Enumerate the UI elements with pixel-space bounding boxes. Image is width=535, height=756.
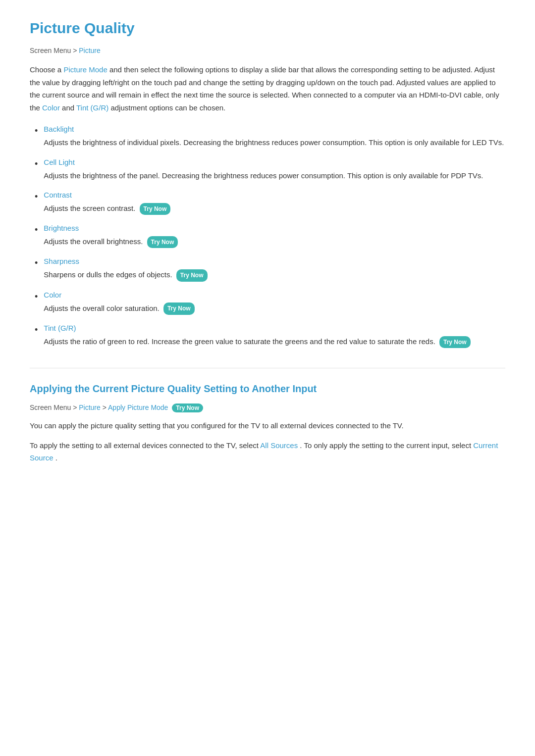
bullet-content-contrast: Contrast Adjusts the screen contrast. Tr… — [44, 191, 505, 215]
section2-breadcrumb: Screen Menu > Picture > Apply Picture Mo… — [30, 403, 505, 412]
bullet-dot: • — [35, 191, 38, 203]
bullet-content-tint: Tint (G/R) Adjusts the ratio of green to… — [44, 324, 505, 348]
bullet-content-sharpness: Sharpness Sharpens or dulls the edges of… — [44, 257, 505, 281]
section2-para2: To apply the setting to all external dev… — [30, 439, 505, 464]
list-item: • Sharpness Sharpens or dulls the edges … — [35, 257, 505, 281]
cell-light-desc: Adjusts the brightness of the panel. Dec… — [44, 169, 505, 182]
color-link-intro[interactable]: Color — [42, 103, 60, 112]
cell-light-title: Cell Light — [44, 158, 505, 166]
try-now-badge-section2[interactable]: Try Now — [172, 403, 203, 412]
bullet-content-color: Color Adjusts the overall color saturati… — [44, 291, 505, 315]
contrast-title: Contrast — [44, 191, 505, 199]
bullet-dot: • — [35, 224, 38, 236]
bullet-dot: • — [35, 291, 38, 303]
bullet-dot: • — [35, 125, 38, 137]
bullet-dot: • — [35, 257, 38, 269]
contrast-desc: Adjusts the screen contrast. Try Now — [44, 202, 505, 215]
bullet-dot: • — [35, 324, 38, 336]
section2-para2-mid: . To only apply the setting to the curre… — [300, 441, 473, 450]
backlight-title: Backlight — [44, 125, 505, 133]
try-now-badge-brightness[interactable]: Try Now — [147, 236, 178, 248]
intro-paragraph: Choose a Picture Mode and then select th… — [30, 63, 505, 114]
sharpness-desc: Sharpens or dulls the edges of objects. … — [44, 268, 505, 281]
color-desc: Adjusts the overall color saturation. Tr… — [44, 302, 505, 315]
section2-para1: You can apply the picture quality settin… — [30, 419, 505, 432]
section-divider — [30, 368, 505, 368]
sharpness-title: Sharpness — [44, 257, 505, 265]
color-title: Color — [44, 291, 505, 299]
bullet-list: • Backlight Adjusts the brightness of in… — [30, 125, 505, 348]
breadcrumb-picture-link[interactable]: Picture — [79, 47, 101, 54]
picture-mode-link[interactable]: Picture Mode — [63, 65, 107, 74]
list-item: • Cell Light Adjusts the brightness of t… — [35, 158, 505, 182]
list-item: • Brightness Adjusts the overall brightn… — [35, 224, 505, 248]
bullet-content-brightness: Brightness Adjusts the overall brightnes… — [44, 224, 505, 248]
list-item: • Tint (G/R) Adjusts the ratio of green … — [35, 324, 505, 348]
section2-breadcrumb-sep2: > — [103, 403, 108, 411]
bullet-dot: • — [35, 158, 38, 170]
section2-para2-suffix: . — [55, 454, 57, 462]
backlight-desc: Adjusts the brightness of individual pix… — [44, 136, 505, 149]
breadcrumb-prefix: Screen Menu — [30, 47, 71, 54]
page-title: Picture Quality — [30, 20, 505, 37]
try-now-badge-contrast[interactable]: Try Now — [140, 203, 171, 215]
bullet-content-backlight: Backlight Adjusts the brightness of indi… — [44, 125, 505, 149]
section2-breadcrumb-sep1: > — [73, 403, 79, 411]
all-sources-link[interactable]: All Sources — [260, 441, 298, 450]
list-item: • Contrast Adjusts the screen contrast. … — [35, 191, 505, 215]
list-item: • Color Adjusts the overall color satura… — [35, 291, 505, 315]
section2-apply-picture-mode-link[interactable]: Apply Picture Mode — [108, 403, 168, 411]
brightness-title: Brightness — [44, 224, 505, 232]
bullet-content-cell-light: Cell Light Adjusts the brightness of the… — [44, 158, 505, 182]
section2-breadcrumb-picture-link[interactable]: Picture — [79, 403, 101, 411]
tint-desc: Adjusts the ratio of green to red. Incre… — [44, 335, 505, 348]
try-now-badge-tint[interactable]: Try Now — [439, 336, 471, 348]
section2-para2-prefix: To apply the setting to all external dev… — [30, 441, 260, 450]
brightness-desc: Adjusts the overall brightness. Try Now — [44, 235, 505, 248]
list-item: • Backlight Adjusts the brightness of in… — [35, 125, 505, 149]
breadcrumb: Screen Menu > Picture — [30, 47, 505, 54]
section2-title: Applying the Current Picture Quality Set… — [30, 383, 505, 395]
section2-breadcrumb-prefix: Screen Menu — [30, 403, 71, 411]
tint-link-intro[interactable]: Tint (G/R) — [76, 103, 108, 112]
tint-title: Tint (G/R) — [44, 324, 505, 332]
try-now-badge-color[interactable]: Try Now — [163, 302, 195, 314]
try-now-badge-sharpness[interactable]: Try Now — [176, 269, 208, 281]
breadcrumb-separator: > — [73, 47, 79, 54]
